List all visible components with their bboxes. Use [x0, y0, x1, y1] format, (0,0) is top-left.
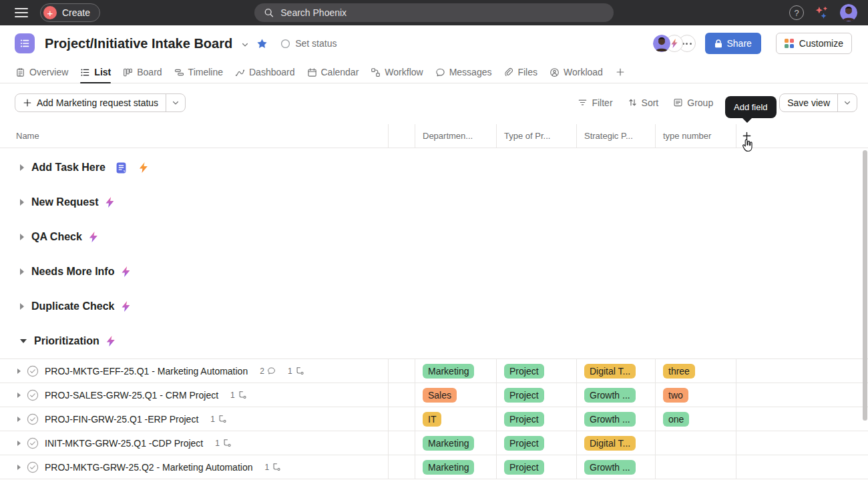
- hamburger-menu-icon[interactable]: [15, 8, 28, 17]
- type-number-tag[interactable]: one: [663, 412, 689, 427]
- strategic-tag[interactable]: Digital T...: [584, 436, 636, 451]
- section-new-request[interactable]: New Request: [0, 190, 868, 214]
- topbar-right: ?: [789, 4, 860, 21]
- global-search[interactable]: [254, 3, 614, 22]
- tab-workload[interactable]: Workload: [544, 61, 609, 83]
- share-button[interactable]: Share: [705, 33, 761, 54]
- create-button[interactable]: + Create: [40, 3, 100, 22]
- column-header-type-number[interactable]: type number: [656, 124, 736, 148]
- tab-dashboard[interactable]: Dashboard: [229, 61, 301, 83]
- tab-list[interactable]: List: [74, 61, 117, 83]
- tab-calendar[interactable]: Calendar: [301, 61, 365, 83]
- expand-caret-icon[interactable]: [17, 393, 21, 398]
- type-tag[interactable]: Project: [504, 388, 544, 403]
- complete-check-icon[interactable]: [27, 437, 39, 449]
- column-header-name[interactable]: Name: [0, 124, 389, 148]
- subtask-icon: [238, 391, 247, 399]
- column-header-strategic[interactable]: Strategic P...: [577, 124, 656, 148]
- tab-overview[interactable]: Overview: [9, 61, 74, 83]
- add-status-button[interactable]: Add Marketing request status: [15, 94, 166, 111]
- table-row[interactable]: INIT-MKTG-GRW-25.Q1 -CDP Project 1 Marke…: [0, 431, 868, 455]
- department-tag[interactable]: Sales: [423, 388, 457, 403]
- complete-check-icon[interactable]: [27, 461, 39, 473]
- help-button[interactable]: ?: [789, 5, 804, 20]
- project-list-icon[interactable]: [15, 33, 35, 53]
- task-name[interactable]: PROJ-FIN-GRW-25.Q1 -ERP Project: [45, 414, 198, 425]
- subtask-count: 1: [230, 391, 247, 400]
- add-tab-button[interactable]: [609, 61, 632, 83]
- tab-timeline[interactable]: Timeline: [168, 61, 229, 83]
- expand-caret-icon[interactable]: [17, 369, 21, 374]
- section-collapsed-caret-icon[interactable]: [20, 164, 24, 171]
- table-row[interactable]: PROJ-SALES-GRW-25.Q1 - CRM Project 1 Sal…: [0, 383, 868, 407]
- section-collapsed-caret-icon[interactable]: [20, 268, 24, 275]
- sort-button[interactable]: Sort: [628, 97, 659, 108]
- workflow-icon: [371, 67, 381, 77]
- section-duplicate-check[interactable]: Duplicate Check: [0, 294, 868, 318]
- strategic-tag[interactable]: Growth ...: [584, 460, 636, 475]
- member-avatar[interactable]: [653, 35, 670, 52]
- save-view-button[interactable]: Save view: [780, 94, 837, 111]
- department-tag[interactable]: IT: [423, 412, 441, 427]
- department-tag[interactable]: Marketing: [423, 460, 474, 475]
- files-icon: [503, 67, 513, 77]
- ai-sparkles-icon[interactable]: [815, 5, 829, 20]
- task-name[interactable]: PROJ-SALES-GRW-25.Q1 - CRM Project: [45, 390, 218, 401]
- strategic-tag[interactable]: Growth ...: [584, 388, 636, 403]
- task-name[interactable]: PROJ-MKTG-GRW-25.Q2 - Marketing Automati…: [45, 462, 252, 473]
- section-collapsed-caret-icon[interactable]: [20, 199, 24, 206]
- expand-caret-icon[interactable]: [17, 417, 21, 422]
- section-qa-check[interactable]: QA Check: [0, 225, 868, 249]
- complete-check-icon[interactable]: [27, 389, 39, 401]
- title-chevron-down-icon[interactable]: [241, 41, 249, 49]
- type-tag[interactable]: Project: [504, 460, 544, 475]
- add-status-dropdown-button[interactable]: [166, 94, 185, 111]
- tab-messages[interactable]: Messages: [429, 61, 498, 83]
- complete-check-icon[interactable]: [27, 365, 39, 377]
- expand-caret-icon[interactable]: [17, 465, 21, 470]
- table-row[interactable]: PROJ-FIN-GRW-25.Q1 -ERP Project 1 IT Pro…: [0, 407, 868, 431]
- type-tag[interactable]: Project: [504, 436, 544, 451]
- subtask-count: 1: [215, 439, 232, 448]
- vertical-scrollbar[interactable]: [863, 150, 867, 421]
- group-button[interactable]: Group: [673, 97, 713, 108]
- department-tag[interactable]: Marketing: [423, 436, 474, 451]
- section-collapsed-caret-icon[interactable]: [20, 303, 24, 310]
- board-icon: [123, 67, 133, 77]
- section-expanded-caret-icon[interactable]: [20, 339, 27, 343]
- save-view-dropdown-button[interactable]: [837, 94, 857, 111]
- tab-files[interactable]: Files: [497, 61, 544, 83]
- expand-caret-icon[interactable]: [17, 441, 21, 446]
- customize-button[interactable]: Customize: [776, 33, 852, 54]
- section-needs-more-info[interactable]: Needs More Info: [0, 260, 868, 284]
- table-row[interactable]: PROJ-MKTG-EFF-25.Q1 - Marketing Automati…: [0, 359, 868, 383]
- strategic-tag[interactable]: Growth ...: [584, 412, 636, 427]
- user-avatar[interactable]: [840, 4, 857, 21]
- department-tag[interactable]: Marketing: [423, 364, 474, 379]
- table-row[interactable]: PROJ-MKTG-GRW-25.Q2 - Marketing Automati…: [0, 455, 868, 479]
- section-prioritization[interactable]: Prioritization: [0, 329, 868, 353]
- filter-button[interactable]: Filter: [578, 97, 612, 108]
- favorite-star-icon[interactable]: [256, 38, 268, 49]
- strategic-tag[interactable]: Digital T...: [584, 364, 636, 379]
- section-add-task-here[interactable]: Add Task Here: [0, 156, 868, 180]
- tab-workflow[interactable]: Workflow: [365, 61, 429, 83]
- complete-check-icon[interactable]: [27, 413, 39, 425]
- task-name[interactable]: PROJ-MKTG-EFF-25.Q1 - Marketing Automati…: [45, 366, 248, 377]
- set-status-button[interactable]: Set status: [280, 38, 337, 49]
- add-field-column-button[interactable]: [736, 124, 868, 148]
- type-tag[interactable]: Project: [504, 364, 544, 379]
- search-input[interactable]: [279, 7, 604, 19]
- type-tag[interactable]: Project: [504, 412, 544, 427]
- column-header-department[interactable]: Departmen...: [415, 124, 497, 148]
- type-number-tag[interactable]: two: [663, 388, 688, 403]
- column-header-spacer: [389, 124, 415, 148]
- column-header-type[interactable]: Type of Pr...: [497, 124, 577, 148]
- task-name[interactable]: INIT-MKTG-GRW-25.Q1 -CDP Project: [45, 438, 203, 449]
- topbar: + Create ?: [0, 0, 868, 25]
- rule-bolt-icon: [89, 232, 97, 242]
- type-number-tag[interactable]: three: [663, 364, 695, 379]
- template-doc-icon: [116, 162, 127, 174]
- tab-board[interactable]: Board: [117, 61, 168, 83]
- section-collapsed-caret-icon[interactable]: [20, 234, 24, 240]
